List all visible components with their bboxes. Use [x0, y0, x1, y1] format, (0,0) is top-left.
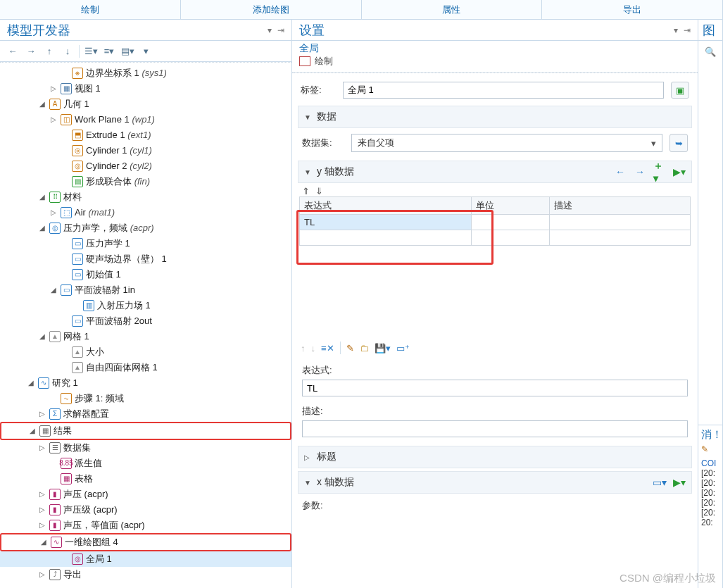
expr-input[interactable]	[302, 380, 688, 396]
view-mode-icon[interactable]: ▤▾	[120, 44, 134, 59]
chevron-right-icon[interactable]: ▷	[49, 205, 58, 220]
tree-node[interactable]: ◢▦结果	[0, 422, 291, 440]
move-up-icon[interactable]: ↑	[301, 343, 306, 354]
nav-forward-icon[interactable]: →	[24, 44, 38, 59]
chevron-right-icon[interactable]: ▷	[38, 502, 46, 518]
chevron-right-icon[interactable]: ▷	[38, 406, 46, 422]
expand-mode-icon[interactable]: ☰▾	[84, 44, 98, 59]
move-down-icon[interactable]: ↓	[311, 343, 316, 354]
col-expr[interactable]: 表达式	[300, 197, 472, 215]
model-tree[interactable]: ⎈边界坐标系 1 (sys1)▷▦视图 1◢A几何 1▷◫Work Plane …	[0, 62, 291, 588]
tree-node[interactable]: ◢∿研究 1	[0, 375, 291, 391]
insert-icon[interactable]: ▭⁺	[396, 343, 410, 354]
y-table-down-icon[interactable]: ⇓	[315, 186, 323, 196]
tree-node[interactable]: ▭初始值 1	[0, 267, 291, 282]
msg-brush-icon[interactable]: ✎	[701, 444, 721, 454]
y-back-icon[interactable]: ←	[614, 165, 627, 178]
section-data-header[interactable]: ▼ 数据	[298, 106, 692, 128]
tree-node[interactable]: ▤形成联合体 (fin)	[0, 174, 291, 189]
tree-node[interactable]: ◎Cylinder 1 (cyl1)	[0, 143, 291, 158]
chevron-down-icon[interactable]: ◢	[28, 423, 37, 439]
zoom-icon[interactable]: 🔍	[698, 41, 722, 62]
tree-node[interactable]: ▷⬚Air (mat1)	[0, 205, 291, 220]
cell-desc[interactable]	[550, 215, 691, 230]
tree-node[interactable]: ▭硬声场边界（壁） 1	[0, 251, 291, 267]
tree-node[interactable]: ◢▲网格 1	[0, 329, 291, 344]
y-data-table[interactable]: 表达式 单位 描述 TL	[299, 196, 691, 246]
tree-node[interactable]: ▦表格	[0, 471, 291, 487]
tree-node[interactable]: ◢∿一维绘图组 4	[0, 533, 291, 551]
desc-input[interactable]	[302, 420, 688, 437]
cell-unit[interactable]	[472, 230, 550, 246]
cell-unit[interactable]	[472, 215, 550, 230]
y-plot-icon[interactable]: ▶▾	[673, 165, 686, 178]
tab-props[interactable]: 属性	[362, 0, 543, 19]
chevron-down-icon[interactable]: ◢	[27, 375, 35, 391]
tree-node[interactable]: ◢◎压力声学，频域 (acpr)	[0, 220, 291, 236]
dataset-goto-icon[interactable]: ➥	[669, 134, 688, 152]
tree-node[interactable]: ◢A几何 1	[0, 96, 291, 112]
delete-row-icon[interactable]: ≡✕	[321, 343, 334, 354]
chevron-right-icon[interactable]: ▷	[38, 518, 46, 533]
tree-node[interactable]: ▷▦视图 1	[0, 81, 291, 96]
chevron-down-icon[interactable]: ◢	[38, 189, 46, 205]
panel-pin-icon[interactable]: ⇥	[277, 25, 284, 35]
tree-node[interactable]: ◎Cylinder 2 (cyl2)	[0, 158, 291, 174]
chevron-down-icon[interactable]: ◢	[38, 220, 46, 236]
tree-node[interactable]: ◢▭平面波辐射 1in	[0, 282, 291, 298]
tree-node[interactable]: ◢⠿材料	[0, 189, 291, 205]
section-x-header[interactable]: ▼ x 轴数据 ▭▾ ▶▾	[298, 471, 692, 494]
settings-pin-icon[interactable]: ⇥	[684, 25, 691, 35]
x-config-icon[interactable]: ▭▾	[653, 476, 666, 489]
tab-export[interactable]: 导出	[542, 0, 722, 19]
tree-node[interactable]: ▷▮声压 (acpr)	[0, 487, 291, 502]
x-plot-icon[interactable]: ▶▾	[673, 476, 686, 489]
chevron-down-icon[interactable]: ◢	[38, 96, 46, 112]
panel-menu-icon[interactable]: ▾	[268, 25, 272, 35]
tree-node[interactable]: ▷▮声压，等值面 (acpr)	[0, 518, 291, 533]
y-forward-icon[interactable]: →	[634, 165, 646, 178]
tree-node[interactable]: ▷☰数据集	[0, 440, 291, 456]
chevron-down-icon[interactable]: ◢	[38, 329, 46, 344]
section-title-header[interactable]: ▷ 标题	[298, 446, 692, 468]
nav-up-icon[interactable]: ↑	[42, 44, 56, 59]
settings-icon[interactable]: ▾	[139, 44, 153, 59]
dataset-select[interactable]: 来自父项 ▾	[351, 134, 662, 152]
tree-node[interactable]: ▷⤴导出	[0, 567, 291, 582]
section-y-header[interactable]: ▼ y 轴数据 ← → ＋▾ ▶▾	[298, 161, 692, 183]
tree-node[interactable]: ▷Σ求解器配置	[0, 406, 291, 422]
tree-node[interactable]: ⬒Extrude 1 (ext1)	[0, 127, 291, 143]
tree-node[interactable]: 8.85派生值	[0, 456, 291, 471]
chevron-right-icon[interactable]: ▷	[38, 487, 46, 502]
cell-desc[interactable]	[550, 230, 691, 246]
cell-expr[interactable]: TL	[300, 215, 472, 230]
tree-node[interactable]: ▭压力声学 1	[0, 236, 291, 251]
plot-button[interactable]: 绘制	[315, 55, 333, 68]
label-input[interactable]	[343, 82, 664, 99]
settings-menu-icon[interactable]: ▾	[674, 25, 678, 35]
tree-node[interactable]: ▲自由四面体网格 1	[0, 360, 291, 375]
chevron-right-icon[interactable]: ▷	[49, 81, 58, 96]
clean-icon[interactable]: ✎	[346, 343, 354, 354]
y-add-icon[interactable]: ＋▾	[653, 165, 666, 178]
col-desc[interactable]: 描述	[550, 197, 691, 215]
tree-node[interactable]: ▥入射压力场 1	[0, 298, 291, 313]
y-table-up-icon[interactable]: ⇑	[302, 186, 310, 196]
label-link-icon[interactable]: ▣	[671, 82, 689, 99]
tree-node[interactable]: ▷▮声压级 (acpr)	[0, 502, 291, 518]
tree-node[interactable]: ▭平面波辐射 2out	[0, 313, 291, 329]
nav-down-icon[interactable]: ↓	[61, 44, 75, 59]
cell-expr[interactable]	[300, 230, 472, 246]
collapse-icon[interactable]: ≡▾	[102, 44, 116, 59]
chevron-down-icon[interactable]: ◢	[49, 282, 58, 298]
tree-node[interactable]: ⏦步骤 1: 频域	[0, 391, 291, 406]
chevron-right-icon[interactable]: ▷	[38, 440, 46, 456]
nav-back-icon[interactable]: ←	[6, 44, 20, 59]
tab-addplot[interactable]: 添加绘图	[181, 0, 362, 19]
chevron-right-icon[interactable]: ▷	[38, 567, 46, 582]
save-icon[interactable]: 💾▾	[375, 343, 391, 354]
chevron-down-icon[interactable]: ◢	[39, 534, 48, 550]
tree-node[interactable]: ▲大小	[0, 344, 291, 360]
tree-node[interactable]: ▷◫Work Plane 1 (wp1)	[0, 112, 291, 127]
chevron-right-icon[interactable]: ▷	[49, 112, 58, 127]
